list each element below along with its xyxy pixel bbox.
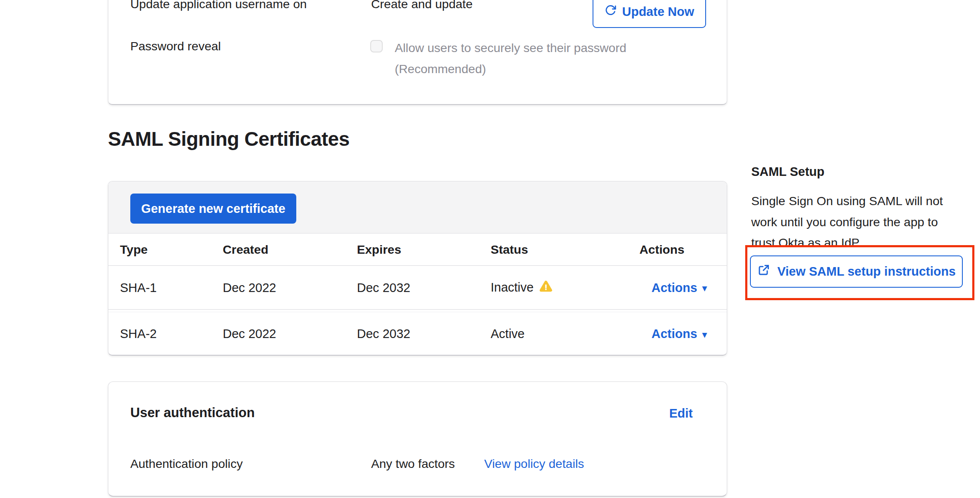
edit-link[interactable]: Edit xyxy=(669,406,693,421)
cert-status: Inactive xyxy=(491,280,553,296)
user-authentication-card: User authentication Edit Authentication … xyxy=(108,381,727,497)
refresh-icon xyxy=(605,4,616,19)
saml-setup-panel: SAML Setup Single Sign On using SAML wil… xyxy=(751,165,954,253)
chevron-down-icon: ▾ xyxy=(702,283,707,293)
cert-created: Dec 2022 xyxy=(223,327,276,341)
external-link-icon xyxy=(757,264,770,280)
cert-expires: Dec 2032 xyxy=(357,280,410,295)
provisioning-card: Update application username on Create an… xyxy=(108,0,727,105)
table-row: SHA-2 Dec 2022 Dec 2032 Active Actions ▾ xyxy=(108,312,727,355)
actions-dropdown[interactable]: Actions ▾ xyxy=(651,327,707,341)
view-policy-details-link[interactable]: View policy details xyxy=(484,457,584,471)
username-update-label: Update application username on xyxy=(130,0,307,11)
view-saml-setup-instructions-label: View SAML setup instructions xyxy=(777,264,956,279)
column-header-expires: Expires xyxy=(357,243,401,257)
password-reveal-checkbox-label: Allow users to securely see their passwo… xyxy=(395,37,661,80)
page: Update application username on Create an… xyxy=(0,0,980,498)
column-header-status: Status xyxy=(491,243,528,257)
update-now-label: Update Now xyxy=(622,5,694,19)
password-reveal-checkbox[interactable] xyxy=(370,40,383,52)
cert-type: SHA-2 xyxy=(120,327,157,341)
actions-dropdown[interactable]: Actions ▾ xyxy=(651,280,707,295)
password-reveal-label: Password reveal xyxy=(130,39,221,53)
cert-expires: Dec 2032 xyxy=(357,327,410,341)
cert-created: Dec 2022 xyxy=(223,280,276,295)
column-header-created: Created xyxy=(223,243,268,257)
cert-status: Active xyxy=(491,327,525,341)
generate-certificate-button[interactable]: Generate new certificate xyxy=(130,194,296,224)
certificates-card: Generate new certificate Type Created Ex… xyxy=(108,181,727,356)
username-update-value: Create and update xyxy=(371,0,473,11)
chevron-down-icon: ▾ xyxy=(702,329,707,339)
saml-setup-heading: SAML Setup xyxy=(751,165,954,178)
user-authentication-heading: User authentication xyxy=(130,405,255,421)
update-now-button[interactable]: Update Now xyxy=(593,0,706,28)
certificates-toolbar: Generate new certificate xyxy=(108,181,727,234)
status-text: Inactive xyxy=(491,280,534,295)
column-header-type: Type xyxy=(120,243,147,257)
certificates-table-header: Type Created Expires Status Actions xyxy=(108,234,727,266)
warning-triangle-icon xyxy=(539,280,553,296)
column-header-actions: Actions xyxy=(639,243,685,257)
authentication-policy-value: Any two factors xyxy=(371,457,455,471)
saml-setup-description: Single Sign On using SAML will not work … xyxy=(751,191,954,253)
table-row: SHA-1 Dec 2022 Dec 2032 Inactive Actions… xyxy=(108,266,727,310)
authentication-policy-label: Authentication policy xyxy=(130,457,243,471)
cert-type: SHA-1 xyxy=(120,280,157,295)
saml-signing-certificates-heading: SAML Signing Certificates xyxy=(108,127,350,151)
view-saml-setup-instructions-button[interactable]: View SAML setup instructions xyxy=(750,255,963,288)
